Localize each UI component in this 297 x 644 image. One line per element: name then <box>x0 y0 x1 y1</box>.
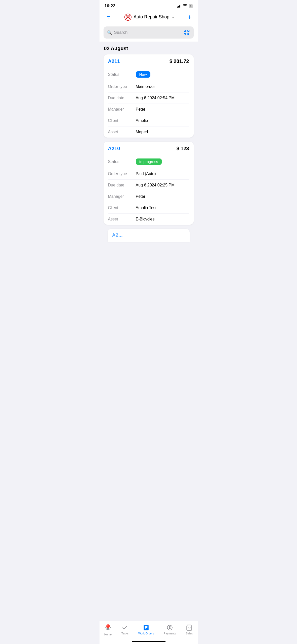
card-details-a211: Status New Order type Main order Due dat… <box>104 68 194 138</box>
manager-value-a211: Peter <box>136 107 145 112</box>
search-placeholder: Search <box>114 30 128 35</box>
card-details-a210: Status In progress Order type Paid (Auto… <box>104 155 194 225</box>
search-icon: 🔍 <box>107 30 112 35</box>
wifi-icon <box>183 4 187 8</box>
shop-title[interactable]: Auto Repair Shop ⌄ <box>124 14 174 21</box>
partial-order-card[interactable]: A2... <box>108 229 190 242</box>
order-type-value-a211: Main order <box>136 84 155 89</box>
partial-order-id: A2... <box>112 232 123 238</box>
client-label-a211: Client <box>108 118 136 123</box>
order-amount-a211: $ 201.72 <box>170 58 189 64</box>
card-header-a210: A210 $ 123 <box>104 142 194 155</box>
client-value-a211: Amelie <box>136 118 148 123</box>
asset-value-a211: Moped <box>136 130 148 134</box>
due-date-row-a211: Due date Aug 6 2024 02:54 PM <box>108 92 189 104</box>
status-bar: 16:22 6 <box>100 0 198 11</box>
status-label-a211: Status <box>108 72 136 77</box>
scan-icon[interactable] <box>183 29 190 36</box>
client-row-a210: Client Amalia Test <box>108 202 189 214</box>
content: 02 August A211 $ 201.72 Status New Order… <box>100 42 198 267</box>
card-header-a211: A211 $ 201.72 <box>104 54 194 68</box>
client-label-a210: Client <box>108 206 136 210</box>
battery-icon: 6 <box>189 4 193 8</box>
due-date-label-a211: Due date <box>108 96 136 100</box>
due-date-value-a211: Aug 6 2024 02:54 PM <box>136 96 175 100</box>
asset-row-a210: Asset E-Bicycles <box>108 214 189 225</box>
due-date-label-a210: Due date <box>108 183 136 187</box>
svg-rect-5 <box>184 34 186 35</box>
manager-label-a211: Manager <box>108 107 136 112</box>
order-type-value-a210: Paid (Auto) <box>136 172 156 176</box>
status-icons: 6 <box>177 4 192 8</box>
manager-label-a210: Manager <box>108 194 136 199</box>
status-badge-a210: In progress <box>136 158 162 165</box>
svg-point-2 <box>127 16 129 18</box>
date-header: 02 August <box>104 46 194 51</box>
asset-value-a210: E-Bicycles <box>136 217 155 221</box>
header: Auto Repair Shop ⌄ + <box>100 11 198 24</box>
add-button[interactable]: + <box>186 14 192 21</box>
shop-logo-icon <box>124 14 131 21</box>
order-type-label-a210: Order type <box>108 172 136 176</box>
status-badge-a211: New <box>136 71 150 78</box>
order-card-a211[interactable]: A211 $ 201.72 Status New Order type Main… <box>104 54 194 138</box>
status-row-a211: Status New <box>108 68 189 81</box>
chevron-down-icon: ⌄ <box>172 15 174 19</box>
order-id-a210: A210 <box>108 146 120 151</box>
asset-row-a211: Asset Moped <box>108 126 189 138</box>
shop-name-text: Auto Repair Shop <box>134 14 169 20</box>
search-bar[interactable]: 🔍 Search <box>104 26 194 39</box>
filter-button[interactable] <box>105 13 113 21</box>
order-card-a210[interactable]: A210 $ 123 Status In progress Order type… <box>104 142 194 225</box>
status-time: 16:22 <box>105 4 115 9</box>
due-date-row-a210: Due date Aug 6 2024 02:25 PM <box>108 180 189 191</box>
client-value-a210: Amalia Test <box>136 206 156 210</box>
order-type-row-a211: Order type Main order <box>108 81 189 92</box>
order-type-row-a210: Order type Paid (Auto) <box>108 168 189 180</box>
asset-label-a211: Asset <box>108 130 136 134</box>
svg-rect-4 <box>188 30 189 31</box>
order-amount-a210: $ 123 <box>176 146 189 151</box>
svg-rect-3 <box>184 30 186 31</box>
due-date-value-a210: Aug 6 2024 02:25 PM <box>136 183 175 187</box>
manager-row-a211: Manager Peter <box>108 104 189 115</box>
order-id-a211: A211 <box>108 58 120 64</box>
asset-label-a210: Asset <box>108 217 136 221</box>
signal-icon <box>177 5 181 8</box>
manager-value-a210: Peter <box>136 194 145 199</box>
order-type-label-a211: Order type <box>108 84 136 89</box>
status-label-a210: Status <box>108 159 136 164</box>
status-row-a210: Status In progress <box>108 155 189 168</box>
search-container: 🔍 Search <box>100 24 198 42</box>
manager-row-a210: Manager Peter <box>108 191 189 202</box>
client-row-a211: Client Amelie <box>108 115 189 126</box>
